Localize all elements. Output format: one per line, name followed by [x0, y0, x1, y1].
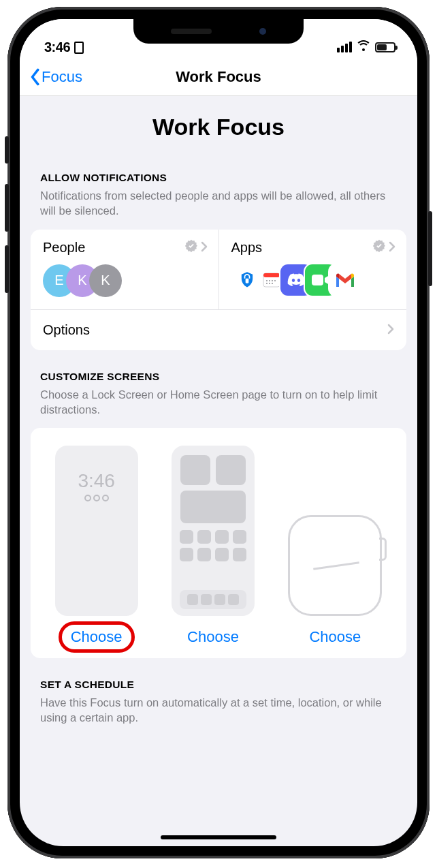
verified-badge-icon: [184, 239, 198, 256]
battery-icon: [375, 42, 395, 52]
people-label: People: [43, 240, 85, 255]
home-screen-mock-icon: [172, 446, 255, 616]
svg-rect-0: [245, 278, 248, 283]
customize-subtitle: Choose a Lock Screen or Home Screen page…: [20, 387, 417, 424]
app-icon-gmail: [329, 264, 361, 296]
customize-card: 3:46 Choose: [31, 428, 406, 658]
choose-home-screen-button[interactable]: Choose: [187, 628, 239, 646]
options-label: Options: [43, 322, 90, 338]
phone-frame: 3:46 Focus Work Focus Work Focus ALLOW N…: [7, 7, 430, 858]
notifications-card: People E K K: [31, 230, 406, 350]
chevron-right-icon: [389, 240, 395, 255]
people-avatars: E K K: [43, 264, 208, 297]
notch: [133, 19, 304, 44]
svg-point-6: [274, 280, 276, 281]
notifications-subtitle: Notifications from selected people and a…: [20, 188, 417, 226]
content-scroll[interactable]: Work Focus ALLOW NOTIFICATIONS Notificat…: [20, 96, 417, 760]
status-time: 3:46: [44, 40, 70, 55]
lock-screen-mock-icon: 3:46: [55, 446, 138, 616]
widget-dots-icon: [84, 495, 109, 501]
avatar: K: [89, 264, 122, 297]
speaker-grille: [171, 29, 212, 34]
sim-card-icon: [74, 42, 84, 54]
chevron-right-icon: [201, 240, 208, 255]
apps-label: Apps: [231, 240, 263, 255]
home-indicator[interactable]: [161, 835, 276, 839]
choose-watch-face-button[interactable]: Choose: [309, 628, 361, 646]
back-label: Focus: [42, 68, 82, 86]
nav-title: Work Focus: [176, 68, 261, 86]
mute-switch[interactable]: [5, 136, 9, 164]
watch-mock-icon: [288, 515, 382, 616]
nav-header: Focus Work Focus: [20, 59, 417, 96]
choose-lock-screen-button[interactable]: Choose: [71, 628, 123, 646]
lock-screen-option: 3:46 Choose: [55, 446, 138, 646]
screen: 3:46 Focus Work Focus Work Focus ALLOW N…: [20, 19, 417, 846]
chevron-left-icon: [29, 68, 40, 86]
volume-up-button[interactable]: [5, 184, 9, 232]
page-title: Work Focus: [20, 96, 417, 172]
chevron-right-icon: [387, 322, 394, 338]
home-screen-option: Choose: [172, 446, 255, 646]
svg-point-4: [269, 280, 270, 281]
front-camera-icon: [259, 28, 266, 35]
watch-face-option: Choose: [288, 515, 382, 646]
notifications-header: ALLOW NOTIFICATIONS: [20, 172, 417, 188]
verified-badge-icon: [372, 239, 386, 256]
schedule-header: SET A SCHEDULE: [20, 679, 417, 695]
svg-point-5: [272, 280, 273, 281]
apps-cell[interactable]: Apps: [218, 230, 407, 309]
people-cell[interactable]: People E K K: [31, 230, 218, 309]
svg-point-9: [272, 283, 273, 284]
power-button[interactable]: [428, 211, 432, 286]
svg-point-7: [266, 283, 268, 284]
cellular-signal-icon: [337, 42, 352, 52]
schedule-subtitle: Have this Focus turn on automatically at…: [20, 695, 417, 732]
options-row[interactable]: Options: [31, 310, 406, 350]
svg-point-8: [269, 283, 270, 284]
lock-screen-time: 3:46: [78, 470, 115, 492]
svg-rect-10: [312, 275, 323, 285]
wifi-icon: [357, 42, 370, 52]
back-button[interactable]: Focus: [29, 59, 82, 95]
svg-rect-2: [263, 273, 280, 277]
apps-icons: [231, 264, 396, 296]
customize-header: CUSTOMIZE SCREENS: [20, 371, 417, 387]
volume-down-button[interactable]: [5, 245, 9, 293]
svg-point-3: [266, 280, 268, 281]
